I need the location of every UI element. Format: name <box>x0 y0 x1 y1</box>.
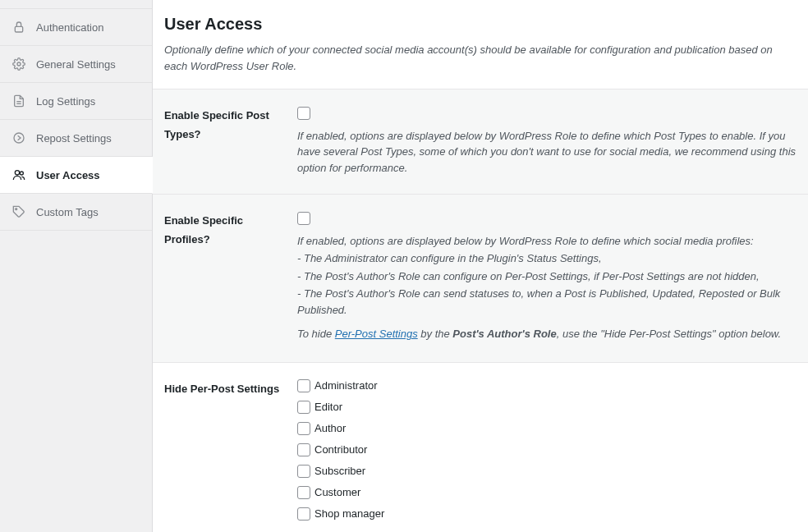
sidebar-item-label: User Access <box>36 169 100 181</box>
row-label: Hide Per-Post Settings <box>164 379 289 398</box>
role-label: Customer <box>314 486 360 498</box>
sidebar-item-log-settings[interactable]: Log Settings <box>0 83 152 120</box>
row-label: Enable Specific Profiles? <box>164 211 289 250</box>
panel-header: User Access Optionally define which of y… <box>153 0 808 89</box>
row-enable-profiles: Enable Specific Profiles? If enabled, op… <box>153 195 808 363</box>
role-label: Author <box>314 422 346 434</box>
enable-post-types-help: If enabled, options are displayed below … <box>297 128 797 177</box>
role-checkbox-shop-manager[interactable] <box>297 507 310 521</box>
page-title: User Access <box>164 15 797 34</box>
role-label: Contributor <box>314 443 367 456</box>
sidebar-item-label: Log Settings <box>36 95 95 108</box>
lock-icon <box>11 20 26 34</box>
role-item-subscriber[interactable]: Subscriber <box>297 465 797 478</box>
role-item-customer[interactable]: Customer <box>297 486 797 499</box>
repost-icon <box>11 131 26 145</box>
sidebar-item-label: Repost Settings <box>36 132 112 144</box>
sidebar-item-custom-tags[interactable]: Custom Tags <box>0 194 152 231</box>
sidebar-item-label: Authentication <box>36 21 103 34</box>
per-post-settings-link[interactable]: Per-Post Settings <box>335 328 418 340</box>
row-label: Enable Specific Post Types? <box>164 106 289 144</box>
file-icon <box>11 94 26 108</box>
role-checkbox-customer[interactable] <box>297 486 310 499</box>
role-checkbox-editor[interactable] <box>297 401 310 414</box>
sidebar-item-label: Custom Tags <box>36 206 99 218</box>
main-content: User Access Optionally define which of y… <box>153 0 808 532</box>
role-checkbox-author[interactable] <box>297 422 310 435</box>
role-item-contributor[interactable]: Contributor <box>297 443 797 456</box>
role-label: Administrator <box>314 379 378 392</box>
tag-icon <box>11 204 26 219</box>
role-item-administrator[interactable]: Administrator <box>297 379 797 392</box>
svg-rect-0 <box>15 26 22 32</box>
sidebar-item-user-access[interactable]: User Access <box>0 157 153 194</box>
sidebar-item-general-settings[interactable]: General Settings <box>0 46 152 83</box>
page-description: Optionally define which of your connecte… <box>164 42 797 74</box>
settings-sidebar: Authentication General Settings Log Sett… <box>0 0 153 532</box>
role-item-editor[interactable]: Editor <box>297 401 797 414</box>
role-item-author[interactable]: Author <box>297 422 797 435</box>
role-checkbox-administrator[interactable] <box>297 379 310 392</box>
role-label: Shop manager <box>314 507 384 520</box>
svg-point-7 <box>16 209 17 210</box>
enable-profiles-checkbox[interactable] <box>297 212 310 225</box>
svg-point-5 <box>15 171 19 175</box>
role-checkbox-contributor[interactable] <box>297 443 310 456</box>
role-label: Subscriber <box>314 465 365 477</box>
gear-icon <box>11 57 26 71</box>
roles-list: Administrator Editor Author Contributor … <box>297 379 797 521</box>
users-icon <box>11 167 26 182</box>
row-enable-post-types: Enable Specific Post Types? If enabled, … <box>153 89 808 195</box>
sidebar-item-label: General Settings <box>36 58 116 71</box>
row-hide-per-post: Hide Per-Post Settings Administrator Edi… <box>153 363 808 532</box>
role-item-shop-manager[interactable]: Shop manager <box>297 507 797 521</box>
svg-point-4 <box>14 133 24 143</box>
enable-post-types-checkbox[interactable] <box>297 107 310 120</box>
role-checkbox-subscriber[interactable] <box>297 465 310 478</box>
sidebar-item-authentication[interactable]: Authentication <box>0 8 152 46</box>
enable-profiles-help: If enabled, options are displayed below … <box>297 233 797 342</box>
role-label: Editor <box>314 401 342 413</box>
svg-point-1 <box>17 62 21 66</box>
sidebar-item-repost-settings[interactable]: Repost Settings <box>0 120 152 157</box>
svg-point-6 <box>20 172 23 175</box>
